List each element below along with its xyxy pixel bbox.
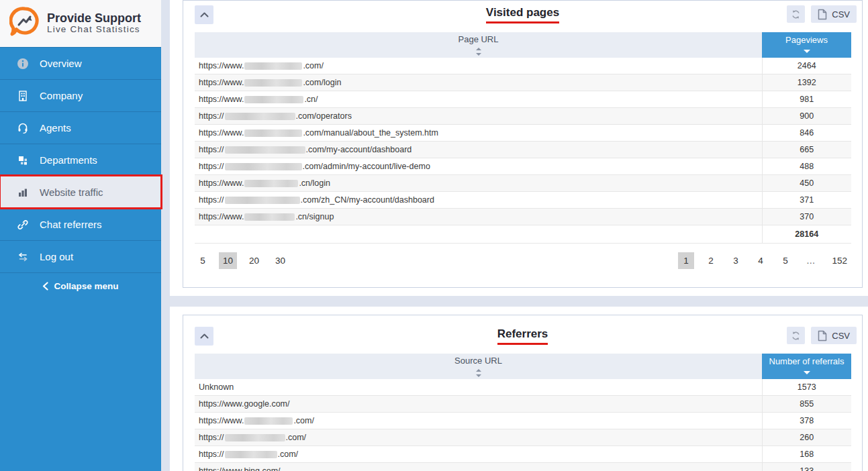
blocks-icon (16, 154, 30, 167)
url-cell: https://www..com/ (195, 58, 762, 74)
redacted-url-segment (244, 129, 302, 137)
url-cell: https://.com/ (195, 429, 762, 446)
brand-text: Provide Support Live Chat Statistics (47, 12, 141, 36)
table-row: https://www..com/2464 (195, 58, 851, 74)
redacted-url-segment (225, 197, 300, 204)
value-cell: 981 (762, 91, 851, 108)
redacted-url-segment (244, 213, 295, 221)
referrers-panel: Referrers CSV Source URL (183, 315, 863, 471)
column-header-number-of-referrals[interactable]: Number of referrals (762, 354, 851, 379)
table-row: https://www..cn/signup370 (195, 209, 851, 225)
scrollbar-track[interactable] (161, 0, 170, 471)
table-row: https://www..cn/login450 (195, 175, 851, 192)
sidebar-item-chat-referrers[interactable]: Chat referrers (0, 208, 161, 240)
sidebar-item-overview[interactable]: Overview (0, 47, 161, 79)
url-cell: https://www..cn/ (195, 91, 762, 108)
refresh-button[interactable] (787, 327, 805, 344)
sidebar-item-label: Chat referrers (40, 219, 102, 230)
brand-name: Provide Support (47, 12, 141, 25)
panel-title: Visited pages (183, 6, 862, 23)
value-cell: 1392 (762, 74, 851, 91)
url-cell: https://.com/zh_CN/my-account/dashboard (195, 192, 762, 209)
provide-support-logo-icon (9, 6, 40, 41)
table-row: https://www..cn/981 (195, 91, 851, 108)
url-cell: https://.com/operators (195, 108, 762, 125)
csv-export-button[interactable]: CSV (811, 5, 857, 23)
redacted-url-segment (225, 113, 295, 120)
sidebar-item-label: Departments (40, 154, 97, 166)
sidebar-item-label: Agents (40, 122, 71, 134)
redacted-url-segment (225, 146, 305, 154)
sort-desc-icon (804, 371, 810, 374)
page-number[interactable]: 4 (753, 252, 769, 269)
value-cell: 488 (762, 158, 851, 175)
table-row: https://.com/168 (195, 446, 851, 463)
pagination-bar: 5102030 12345…152 (195, 252, 851, 269)
value-cell: 371 (762, 192, 851, 209)
refresh-button[interactable] (787, 5, 805, 23)
table-row: https://www.google.com/855 (195, 396, 851, 413)
column-header-source-url[interactable]: Source URL (195, 354, 762, 379)
value-cell: 846 (762, 125, 851, 142)
sort-icon (195, 46, 761, 56)
brand-header: Provide Support Live Chat Statistics (0, 0, 161, 47)
page-number[interactable]: 2 (703, 252, 719, 269)
table-row: https://.com/zh_CN/my-account/dashboard3… (195, 192, 851, 209)
refresh-icon (791, 331, 801, 341)
value-cell: 370 (762, 209, 851, 225)
sidebar-item-log-out[interactable]: Log out (0, 240, 161, 272)
sidebar-item-label: Website traffic (40, 187, 103, 198)
collapse-panel-button[interactable] (195, 327, 213, 346)
redacted-url-segment (244, 417, 293, 425)
column-header-page-url[interactable]: Page URL (195, 32, 762, 58)
chevron-up-icon (200, 333, 209, 339)
total-empty-cell (195, 225, 762, 244)
sidebar-item-label: Overview (40, 58, 82, 69)
page-size-option[interactable]: 30 (271, 252, 289, 269)
page-size-option[interactable]: 20 (245, 252, 263, 269)
page-size-option[interactable]: 5 (195, 252, 211, 269)
page-ellipsis: … (802, 252, 820, 269)
csv-label: CSV (832, 9, 850, 19)
url-cell: Unknown (195, 379, 762, 396)
visited-pages-header: Visited pages CSV (183, 1, 862, 32)
redacted-url-segment (244, 79, 302, 87)
sidebar-item-website-traffic[interactable]: Website traffic (0, 176, 161, 208)
value-cell: 168 (762, 446, 851, 463)
value-cell: 133 (762, 463, 851, 471)
table-row: https://www..com/378 (195, 413, 851, 429)
csv-label: CSV (832, 331, 850, 341)
table-row: https://.com/operators900 (195, 108, 851, 125)
page-number[interactable]: 3 (728, 252, 744, 269)
redacted-url-segment (225, 451, 277, 458)
value-cell: 2464 (762, 58, 851, 74)
csv-export-button[interactable]: CSV (811, 327, 857, 344)
url-cell: https://www..cn/signup (195, 209, 762, 225)
sidebar-item-departments[interactable]: Departments (0, 144, 161, 176)
visited-pages-panel: Visited pages CSV Page URL (183, 0, 863, 288)
value-cell: 665 (762, 142, 851, 158)
value-cell: 260 (762, 429, 851, 446)
page-number[interactable]: 152 (828, 252, 851, 269)
panel-0-sizes: 5102030 (195, 252, 297, 269)
table-row: https://.com/260 (195, 429, 851, 446)
link-icon (16, 218, 30, 231)
redacted-url-segment (244, 96, 303, 103)
sort-desc-icon (804, 50, 810, 53)
page-size-option[interactable]: 10 (219, 252, 237, 269)
page-number[interactable]: 5 (777, 252, 793, 269)
url-cell: https://.com/admin/my-account/live-demo (195, 158, 762, 175)
redacted-url-segment (244, 62, 302, 70)
refresh-icon (791, 9, 801, 19)
value-cell: 378 (762, 413, 851, 429)
collapse-panel-button[interactable] (195, 5, 213, 24)
sidebar-item-company[interactable]: Company (0, 79, 161, 111)
page-number[interactable]: 1 (678, 252, 694, 269)
value-cell: 855 (762, 396, 851, 413)
collapse-menu-button[interactable]: Collapse menu (0, 272, 161, 299)
column-header-pageviews[interactable]: Pageviews (762, 32, 851, 58)
sidebar-item-agents[interactable]: Agents (0, 111, 161, 144)
url-cell: https://www..com/manual/about_the_system… (195, 125, 762, 142)
info-icon (16, 57, 30, 70)
url-cell: https://.com/my-account/dashboard (195, 142, 762, 158)
